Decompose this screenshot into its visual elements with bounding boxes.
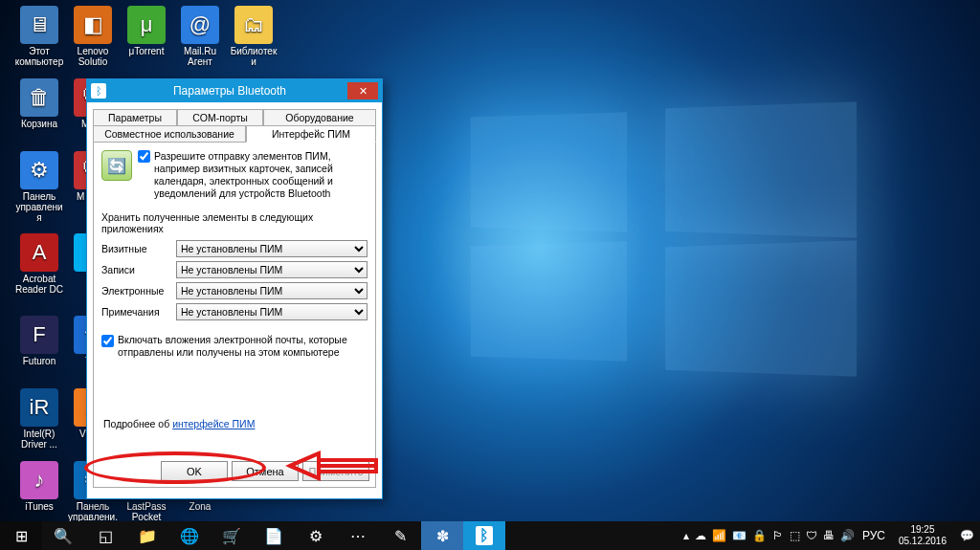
system-tray: ▴☁📶📧🔒🏳⬚🛡🖶🔊 РУС 19:25 05.12.2016 💬 [678, 521, 980, 550]
taskbar-button-10[interactable]: ✽ [421, 521, 463, 550]
app-icon: 🗑 [20, 78, 58, 117]
icon-label: iTunes [13, 501, 65, 512]
taskbar-button-9[interactable]: ✎ [379, 521, 421, 550]
pim-row-0: ВизитныеНе установлены ПИМ [101, 240, 368, 257]
icon-label: Библиотеки [228, 46, 279, 67]
window-title: Параметры Bluetooth [112, 84, 347, 98]
start-button[interactable]: ⊞ [0, 521, 42, 550]
allow-pim-checkbox[interactable]: Разрешите отправку элементов ПИМ, наприм… [138, 150, 368, 200]
close-button[interactable]: ✕ [347, 82, 378, 99]
taskbar-button-5[interactable]: 🛒 [211, 521, 253, 550]
apply-button[interactable]: Применить [302, 461, 369, 481]
desktop-icon-2[interactable]: μμTorrent [121, 6, 172, 56]
app-icon: ◧ [74, 6, 112, 44]
app-icon: ♪ [20, 461, 58, 499]
pim-row-select[interactable]: Не установлены ПИМ [176, 282, 368, 299]
icon-label: LastPass Pocket [121, 501, 172, 522]
bluetooth-icon: ᛒ [91, 83, 106, 99]
app-icon: 🖥 [20, 6, 58, 44]
allow-pim-input[interactable] [138, 150, 150, 163]
taskbar-button-6[interactable]: 📄 [253, 521, 295, 550]
icon-label: Zona [174, 501, 226, 512]
app-icon: A [20, 233, 58, 272]
storage-section-label: Хранить полученные элементы в следующих … [101, 211, 368, 234]
tab-panel-pim: 🔄 Разрешите отправку элементов ПИМ, напр… [93, 142, 376, 488]
taskbar-button-7[interactable]: ⚙ [295, 521, 337, 550]
app-icon: iR [20, 388, 58, 427]
app-icon: F [20, 316, 58, 354]
desktop-icon-7[interactable]: ⚙Панель управления [13, 151, 65, 223]
icon-label: Панель управления [13, 191, 65, 223]
pim-row-label: Визитные [101, 243, 176, 254]
cancel-button[interactable]: Отмена [232, 461, 299, 481]
tab-Совместное-использование[interactable]: Совместное использование [93, 125, 246, 143]
desktop-icon-0[interactable]: 🖥Этот компьютер [13, 6, 65, 67]
tab-Оборудование[interactable]: Оборудование [263, 109, 376, 125]
desktop-icon-1[interactable]: ◧Lenovo Solutio [67, 6, 119, 67]
bluetooth-settings-window: ᛒ Параметры Bluetooth ✕ ПараметрыCOM-пор… [86, 78, 383, 499]
pim-row-3: ПримечанияНе установлены ПИМ [101, 303, 368, 320]
more-info-link[interactable]: интерфейсе ПИМ [172, 418, 255, 429]
app-icon: μ [127, 6, 166, 44]
tab-Параметры[interactable]: Параметры [93, 109, 177, 125]
tray-icon-0[interactable]: ▴ [683, 529, 689, 542]
tab-COM-порты[interactable]: COM-порты [177, 109, 263, 125]
taskbar-button-bluetooth[interactable]: ᛒ [463, 521, 505, 550]
tray-icon-3[interactable]: 📧 [732, 529, 746, 542]
sync-icon: 🔄 [101, 150, 132, 181]
desktop-icon-15[interactable]: ♪iTunes [13, 461, 65, 512]
tray-icon-9[interactable]: 🔊 [840, 529, 855, 542]
icon-label: Futuron [13, 356, 65, 366]
desktop-icon-13[interactable]: iRIntel(R) Driver ... [13, 388, 65, 450]
lang-indicator[interactable]: РУС [862, 529, 885, 542]
app-icon: 🗂 [234, 6, 273, 44]
taskbar-button-2[interactable]: ◱ [84, 521, 126, 550]
pim-row-1: ЗаписиНе установлены ПИМ [101, 261, 368, 278]
tray-icon-1[interactable]: ☁ [695, 529, 706, 542]
include-attachments-label: Включать вложения электронной почты, кот… [118, 334, 368, 359]
taskbar-button-4[interactable]: 🌐 [168, 521, 211, 550]
pim-row-select[interactable]: Не установлены ПИМ [176, 261, 368, 278]
pim-row-label: Записи [101, 264, 176, 275]
app-icon: ⚙ [20, 151, 58, 189]
tray-icon-2[interactable]: 📶 [712, 529, 726, 542]
pim-row-label: Примечания [101, 306, 176, 318]
desktop-icon-3[interactable]: @Mail.Ru Агент [174, 6, 226, 67]
pim-row-2: ЭлектронныеНе установлены ПИМ [101, 282, 368, 299]
icon-label: Intel(R) Driver ... [13, 429, 65, 450]
ok-button[interactable]: OK [161, 461, 228, 481]
app-icon: @ [181, 6, 219, 44]
tray-icon-4[interactable]: 🔒 [752, 529, 767, 542]
tray-icon-8[interactable]: 🖶 [823, 529, 835, 542]
tray-icon-6[interactable]: ⬚ [790, 529, 800, 542]
tray-icon-5[interactable]: 🏳 [772, 529, 784, 542]
more-info: Подробнее об интерфейсе ПИМ [103, 418, 255, 429]
icon-label: Lenovo Solutio [67, 46, 119, 67]
titlebar[interactable]: ᛒ Параметры Bluetooth ✕ [87, 79, 382, 102]
icon-label: Этот компьютер [13, 46, 65, 67]
pim-row-select[interactable]: Не установлены ПИМ [176, 240, 368, 257]
pim-row-select[interactable]: Не установлены ПИМ [176, 303, 368, 320]
tab-Интерфейс-ПИМ[interactable]: Интерфейс ПИМ [246, 125, 376, 143]
taskbar-button-1[interactable]: 🔍 [42, 521, 84, 550]
pim-row-label: Электронные [101, 285, 176, 297]
taskbar-button-3[interactable]: 📁 [126, 521, 168, 550]
icon-label: μTorrent [121, 46, 172, 56]
icon-label: Mail.Ru Агент [174, 46, 226, 67]
icon-label: Корзина [13, 119, 65, 129]
desktop-icon-11[interactable]: FFuturon [13, 316, 65, 366]
allow-pim-label: Разрешите отправку элементов ПИМ, наприм… [154, 150, 368, 200]
tray-icon-7[interactable]: 🛡 [806, 529, 817, 542]
notifications-icon[interactable]: 💬 [960, 529, 974, 542]
desktop-icon-5[interactable]: 🗑Корзина [13, 78, 65, 129]
taskbar: ⊞🔍◱📁🌐🛒📄⚙⋯✎✽ᛒ ▴☁📶📧🔒🏳⬚🛡🖶🔊 РУС 19:25 05.12.… [0, 521, 980, 550]
icon-label: Acrobat Reader DC [13, 274, 65, 295]
clock[interactable]: 19:25 05.12.2016 [893, 522, 952, 549]
include-attachments-input[interactable] [101, 335, 114, 347]
desktop-icon-4[interactable]: 🗂Библиотеки [228, 6, 279, 67]
taskbar-button-8[interactable]: ⋯ [337, 521, 379, 550]
desktop-icon-9[interactable]: AAcrobat Reader DC [13, 233, 65, 295]
